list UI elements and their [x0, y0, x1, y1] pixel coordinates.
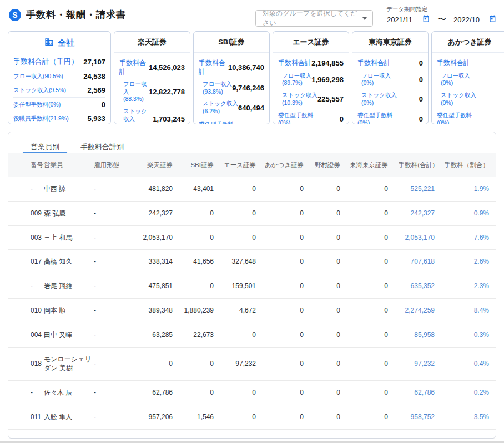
cell-rakuten: 62,786 — [130, 381, 182, 405]
card-metric-label: 手数料合計 — [278, 59, 311, 68]
period-end-field[interactable]: 2022/10 — [453, 15, 497, 27]
calendar-icon[interactable] — [422, 15, 430, 24]
card-title-text: 全社 — [58, 38, 74, 48]
cell-ace: 327,648 — [223, 250, 265, 274]
cell-fee-total: 85,958 — [397, 323, 443, 347]
cell-agent: モンローシェリダン 美樹 — [44, 347, 94, 381]
cell-ace: 4,672 — [223, 298, 265, 323]
cell-agent: 田中 又暉 — [44, 323, 94, 347]
period-fields: 2021/11 〜 2022/10 — [386, 15, 497, 27]
cell-nomura: 0 — [313, 225, 349, 250]
table-row[interactable]: 017高橋 知久-338,31441,656327,648000707,6182… — [8, 250, 496, 274]
card-metric: ストック収入(0%) — [437, 89, 502, 109]
card-body: 手数料合計14,526,023フロー収入 (88.3%)12,822,778スト… — [114, 53, 190, 124]
card-body: 手数料合計10,386,740フロー収入 (93.8%)9,746,246ストッ… — [194, 53, 269, 124]
card-metric-label: 手数料合計 — [199, 59, 228, 76]
cell-akatsuki: 0 — [265, 225, 313, 250]
card-metric: 委任型手数料(0%)0 — [357, 109, 423, 124]
group-select[interactable]: 対象のグループを選択してください — [255, 10, 373, 27]
table-row[interactable]: 018モンローシェリダン 美樹-0097,23200097,2320.4% — [8, 347, 496, 381]
card-metric: 手数料合計（千円）27,107 — [13, 54, 105, 69]
period-end-value: 2022/10 — [453, 16, 480, 24]
card-metric: 委任型手数料(0%)0 — [13, 97, 105, 112]
card-metric: フロー収入(90.5%)24,538 — [13, 69, 105, 83]
cell-fee-ratio: 0.9% — [443, 201, 496, 225]
card-metric: 委任型手数料(0%)0 — [199, 118, 264, 124]
table-row[interactable]: 011入舩 隼人-957,2061,5460000958,7523.5% — [8, 405, 496, 429]
card-metric-label: ストック収入(0%) — [361, 92, 401, 107]
table-row[interactable]: -佐々木 辰-62,7860000062,7860.2% — [8, 381, 496, 405]
cell-tokai-tokyo: 0 — [349, 201, 397, 225]
cell-nomura: 0 — [313, 250, 349, 274]
card-title: 楽天証券 — [114, 32, 190, 53]
cell-fee-ratio: 1.9% — [443, 177, 496, 201]
card-metric-label: ストック収入(0%) — [441, 92, 481, 107]
cell-fee-total: 2,053,170 — [397, 225, 443, 250]
tab-by-sales-agent[interactable]: 営業員別 — [23, 139, 67, 153]
card-metric-label: ストック収入(9.5%) — [13, 87, 66, 94]
card-metric-value: 14,526,023 — [149, 63, 185, 72]
cell-sbi: 22,673 — [182, 323, 223, 347]
cell-nomura: 0 — [313, 177, 349, 201]
column-header-tokai-tokyo: 東海東京証券 — [349, 153, 397, 177]
column-header-nomura: 野村證券 — [313, 153, 349, 177]
card-title: エース証券 — [273, 32, 349, 53]
cell-number: 003 — [8, 225, 44, 250]
card-metric-label: 委任型手数料(0%) — [437, 112, 477, 124]
building-icon — [44, 37, 54, 48]
table-row[interactable]: 010岡本 順一-389,3481,880,2394,6720002,274,2… — [8, 298, 496, 323]
table-row[interactable]: 004田中 又暉-63,28522,673000085,9580.3% — [8, 323, 496, 347]
cell-tokai-tokyo: 0 — [349, 381, 397, 405]
cell-sbi: 0 — [182, 347, 223, 381]
cell-tokai-tokyo: 0 — [349, 298, 397, 323]
table-row[interactable]: -中西 諒-481,82043,4010000525,2211.9% — [8, 177, 496, 201]
cell-employment-type: - — [94, 201, 130, 225]
card-metric: フロー収入 (88.3%)12,822,778 — [119, 78, 185, 105]
card-metric: 手数料合計2,194,855 — [278, 57, 344, 70]
chevron-down-icon — [362, 17, 367, 20]
cell-akatsuki: 0 — [265, 250, 313, 274]
cell-ace: 0 — [223, 323, 265, 347]
cell-tokai-tokyo: 0 — [349, 347, 397, 381]
card-body: 手数料合計0フロー収入(0%)0ストック収入(0%)0委任型手数料(0%)0役職… — [352, 53, 428, 124]
horizontal-scrollbar[interactable] — [0, 441, 504, 443]
group-select-placeholder: 対象のグループを選択してください — [263, 9, 362, 28]
calendar-icon[interactable] — [489, 15, 496, 24]
card-metric: ストック収入 (11.7%)1,703,245 — [119, 105, 185, 124]
card-metric: ストック収入(9.5%)2,569 — [13, 83, 105, 97]
cell-akatsuki: 0 — [265, 177, 313, 201]
tab-by-fee-total[interactable]: 手数料合計別 — [73, 139, 132, 153]
table-row[interactable]: 009森 弘慶-242,32700000242,3270.9% — [8, 201, 496, 225]
card-title: 全社 — [8, 32, 110, 51]
table-row[interactable]: -岩尾 翔維-475,8510159,501000635,3522.3% — [8, 274, 496, 299]
cell-rakuten: 475,851 — [130, 274, 182, 299]
summary-card: エース証券手数料合計2,194,855フロー収入 (89.7%)1,969,29… — [273, 31, 349, 124]
card-metric: フロー収入 (89.7%)1,969,298 — [278, 70, 344, 89]
table-row[interactable]: 003三上 和馬-2,053,170000002,053,1707.6% — [8, 225, 496, 250]
cell-rakuten: 0 — [130, 347, 182, 381]
cell-ace: 0 — [223, 405, 265, 429]
cell-ace: 159,501 — [223, 274, 265, 299]
cell-akatsuki: 0 — [265, 381, 313, 405]
card-metric-value: 9,746,246 — [232, 84, 264, 92]
card-metric-label: ストック収入 (10.3%) — [282, 92, 317, 107]
cell-number: 004 — [8, 323, 44, 347]
cell-akatsuki: 0 — [265, 347, 313, 381]
card-metric-label: ストック収入 (11.7%) — [123, 108, 153, 124]
period-start-value: 2021/11 — [387, 16, 412, 24]
card-metric: フロー収入(0%) — [437, 70, 502, 89]
cell-rakuten: 389,348 — [130, 298, 182, 323]
card-metric-label: 手数料合計 — [357, 59, 391, 68]
cell-fee-ratio: 0.4% — [443, 347, 496, 381]
period-start-field[interactable]: 2021/11 — [386, 15, 431, 27]
table-header-row: 番号営業員雇用形態楽天証券SBI証券エース証券あかつき証券野村證券東海東京証券手… — [8, 153, 496, 177]
card-metric: 手数料合計 — [437, 57, 502, 70]
cell-fee-ratio: 2.6% — [443, 250, 496, 274]
card-metric: 役職員手数料(21.9%)5,933 — [13, 112, 105, 124]
cell-rakuten: 63,285 — [130, 323, 182, 347]
card-metric-value: 10,386,740 — [228, 63, 264, 72]
card-metric-value: 0 — [260, 124, 264, 124]
cell-rakuten: 481,820 — [130, 177, 182, 201]
cell-nomura: 0 — [313, 201, 349, 225]
cell-number: 017 — [8, 250, 44, 274]
